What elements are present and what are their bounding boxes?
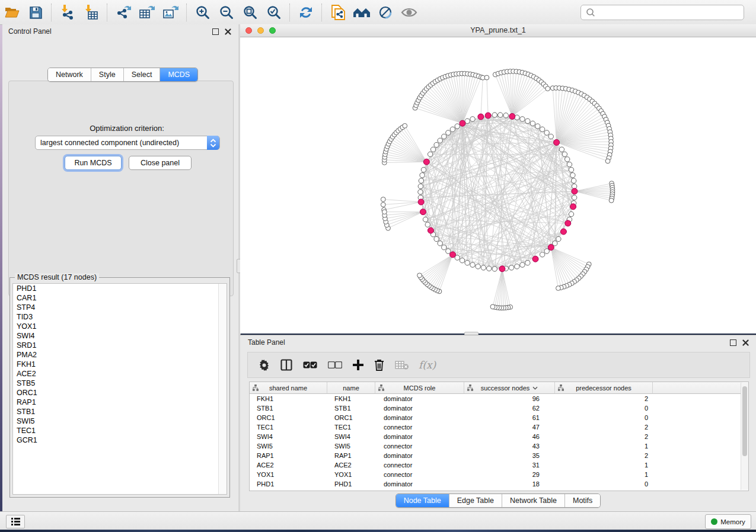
table-row[interactable]: YOX1YOX1connector291	[250, 470, 748, 479]
open-file-icon[interactable]	[2, 3, 22, 22]
network-node[interactable]	[609, 198, 614, 203]
network-node[interactable]	[403, 123, 407, 128]
table-cell[interactable]: ORC1	[327, 413, 375, 422]
network-window-titlebar[interactable]: YPA_prune.txt_1	[240, 24, 756, 37]
network-node[interactable]	[556, 236, 561, 241]
network-node[interactable]	[532, 256, 538, 262]
network-node[interactable]	[525, 260, 530, 265]
import-network-icon[interactable]	[58, 3, 78, 22]
table-cell[interactable]: 96	[464, 394, 555, 403]
network-node[interactable]	[438, 138, 442, 143]
table-cell[interactable]: dominator	[375, 451, 464, 460]
table-cell[interactable]: ORC1	[250, 413, 327, 422]
network-node[interactable]	[499, 266, 505, 272]
export-network-icon[interactable]	[113, 3, 133, 22]
table-cell[interactable]: 1	[555, 470, 653, 479]
eye-icon[interactable]	[399, 3, 419, 22]
network-node[interactable]	[423, 217, 428, 222]
network-node[interactable]	[530, 121, 535, 126]
table-cell[interactable]: dominator	[375, 403, 464, 413]
network-node[interactable]	[460, 258, 464, 262]
mcds-result-item[interactable]: PHD1	[13, 284, 227, 293]
network-node[interactable]	[572, 188, 578, 194]
zoom-selected-icon[interactable]	[264, 3, 284, 22]
column-header-predecessor-nodes[interactable]: predecessor nodes	[555, 382, 653, 394]
network-node[interactable]	[520, 262, 525, 267]
mcds-result-item[interactable]: GCR1	[13, 435, 227, 445]
table-row[interactable]: SWI5SWI5connector431	[250, 441, 748, 451]
table-cell[interactable]: PHD1	[327, 479, 375, 489]
table-cell[interactable]: RAP1	[250, 451, 327, 460]
mcds-result-item[interactable]: SWI4	[13, 331, 227, 341]
network-node[interactable]	[565, 220, 571, 226]
table-cell[interactable]: 46	[464, 432, 555, 441]
delete-column-icon[interactable]	[374, 359, 384, 371]
network-node[interactable]	[520, 117, 525, 121]
table-cell[interactable]: SWI4	[327, 432, 375, 441]
network-node[interactable]	[554, 139, 560, 145]
table-row[interactable]: SWI4SWI4dominator462	[250, 432, 748, 441]
table-cell[interactable]: dominator	[375, 479, 464, 489]
table-cell[interactable]: dominator	[375, 394, 464, 403]
mcds-result-item[interactable]: TEC1	[13, 426, 227, 435]
table-cell[interactable]: 2	[555, 451, 653, 460]
table-cell[interactable]: TEC1	[327, 422, 375, 432]
network-node[interactable]	[565, 157, 570, 162]
table-row[interactable]: PHD1PHD1dominator180	[250, 479, 748, 489]
network-node[interactable]	[509, 265, 513, 270]
network-node[interactable]	[490, 305, 495, 309]
close-panel-icon[interactable]	[742, 339, 749, 346]
network-node[interactable]	[492, 113, 497, 117]
column-header-name[interactable]: name	[327, 382, 375, 394]
network-node[interactable]	[572, 195, 576, 200]
table-cell[interactable]: 62	[464, 403, 555, 413]
table-cell[interactable]: 1	[555, 441, 653, 451]
network-node[interactable]	[430, 147, 435, 152]
network-node[interactable]	[478, 114, 484, 120]
table-cell[interactable]: PHD1	[250, 479, 327, 489]
mcds-result-item[interactable]: STP4	[13, 303, 227, 312]
network-node[interactable]	[470, 117, 475, 121]
clone-network-icon[interactable]	[328, 3, 348, 22]
network-node[interactable]	[487, 266, 492, 271]
network-node[interactable]	[418, 190, 423, 194]
close-panel-button[interactable]: Close panel	[129, 156, 192, 170]
mcds-result-item[interactable]: ACE2	[13, 369, 227, 379]
table-cell[interactable]: 0	[555, 479, 653, 489]
table-cell[interactable]: 43	[464, 441, 555, 451]
network-node[interactable]	[446, 249, 451, 254]
network-node[interactable]	[450, 252, 456, 258]
network-node[interactable]	[381, 197, 385, 202]
network-node[interactable]	[567, 162, 572, 166]
tab-edge-table[interactable]: Edge Table	[449, 494, 502, 507]
split-panel-icon[interactable]	[280, 359, 292, 371]
column-header-successor-nodes[interactable]: successor nodes	[464, 382, 555, 394]
network-node[interactable]	[525, 118, 530, 123]
network-node[interactable]	[484, 75, 489, 80]
mcds-result-item[interactable]: STB1	[13, 407, 227, 416]
network-node[interactable]	[515, 264, 519, 269]
mcds-result-item[interactable]: RAP1	[13, 398, 227, 407]
memory-button[interactable]: Memory	[705, 514, 751, 529]
tab-motifs[interactable]: Motifs	[565, 494, 600, 507]
network-node[interactable]	[548, 245, 554, 251]
table-cell[interactable]: connector	[375, 460, 464, 470]
table-cell[interactable]: 2	[555, 432, 653, 441]
run-mcds-button[interactable]: Run MCDS	[65, 156, 122, 170]
mcds-result-list[interactable]: PHD1CAR1STP4TID3YOX1SWI4SRD1PMA2FKH1ACE2…	[12, 283, 227, 495]
table-row[interactable]: STB1STB1dominator620	[250, 403, 748, 413]
tab-network[interactable]: Network	[48, 68, 91, 81]
table-cell[interactable]: RAP1	[327, 451, 375, 460]
column-header-MCDS-role[interactable]: MCDS role	[375, 382, 464, 394]
network-node[interactable]	[419, 178, 423, 183]
search-input[interactable]	[598, 6, 744, 19]
network-node[interactable]	[417, 273, 422, 278]
tab-node-table[interactable]: Node Table	[396, 494, 449, 507]
tab-network-table[interactable]: Network Table	[502, 494, 565, 507]
network-node[interactable]	[560, 229, 566, 235]
network-node[interactable]	[442, 134, 446, 139]
table-cell[interactable]: 0	[555, 413, 653, 422]
refresh-icon[interactable]	[296, 3, 316, 22]
export-image-icon[interactable]	[161, 3, 181, 22]
table-cell[interactable]: 47	[464, 422, 555, 432]
